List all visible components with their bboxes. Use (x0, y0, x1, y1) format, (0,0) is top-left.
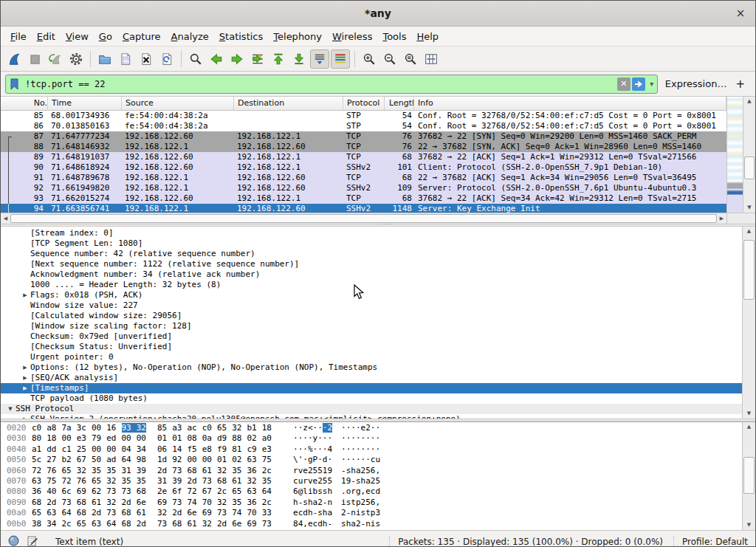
detail-line[interactable]: [Window size scaling factor: 128] (1, 321, 742, 331)
packet-row[interactable]: 8771.647777234192.168.122.60192.168.122.… (1, 131, 726, 142)
hex-row[interactable]: 006072766532353531392d7368613235362crve2… (1, 466, 742, 476)
details-bytes-splitter[interactable] (1, 419, 755, 422)
menu-view[interactable]: View (61, 29, 94, 44)
hex-row[interactable]: 00a0656364682d736861322d6e6973747033ecdh… (1, 508, 742, 518)
add-filter-button[interactable]: + (734, 78, 751, 91)
column-header-source[interactable]: Source (122, 97, 234, 110)
status-profile[interactable]: Profile: Default (682, 537, 748, 547)
collapse-icon[interactable]: ▼ (5, 404, 16, 414)
hex-row[interactable]: 0070637572766532353531392d7368613235curv… (1, 476, 742, 486)
expert-info-icon[interactable] (8, 535, 19, 547)
expand-icon[interactable]: ▶ (20, 290, 30, 300)
detail-line[interactable]: Urgent pointer: 0 (1, 352, 742, 362)
detail-line[interactable]: [Checksum Status: Unverified] (1, 342, 742, 352)
bytes-scroll-down-icon[interactable]: ▼ (743, 520, 755, 530)
capture-comment-icon[interactable] (27, 535, 38, 547)
detail-line[interactable]: [Stream index: 0] (1, 228, 742, 238)
detail-line[interactable]: Sequence number: 42 (relative sequence n… (1, 249, 742, 259)
packet-row[interactable]: 9271.661949820192.168.122.1192.168.122.6… (1, 183, 726, 193)
menu-analyze[interactable]: Analyze (166, 29, 214, 44)
menu-telephony[interactable]: Telephony (268, 29, 327, 44)
hex-dump[interactable]: 0020c0a87a3c0016933285a3acc06532b118··z<… (1, 422, 742, 530)
capture-options-button[interactable] (66, 49, 86, 69)
filter-bookmark-icon[interactable] (6, 78, 22, 90)
expand-icon[interactable]: ▶ (20, 373, 30, 383)
hscroll-left-arrow-icon[interactable]: ◀ (1, 216, 10, 221)
menu-go[interactable]: Go (94, 29, 117, 44)
open-file-button[interactable] (95, 49, 114, 69)
go-to-packet-button[interactable] (248, 49, 267, 69)
column-header-protocol[interactable]: Protocol (343, 97, 385, 110)
column-header-no[interactable]: No. (1, 97, 48, 110)
expand-icon[interactable]: ▶ (20, 362, 30, 373)
menu-wireless[interactable]: Wireless (327, 29, 377, 44)
menu-statistics[interactable]: Statistics (214, 29, 268, 44)
hex-row[interactable]: 0030801800e379ed00000101080ad98802a0····… (1, 433, 742, 444)
bytes-scroll-up-icon[interactable]: ▲ (743, 422, 755, 432)
menu-help[interactable]: Help (411, 29, 444, 44)
hscroll-thumb[interactable] (10, 214, 717, 223)
hex-row[interactable]: 0020c0a87a3c0016933285a3acc06532b118··z<… (1, 423, 742, 433)
hex-row[interactable]: 00505c27b26750ad64981d92000001026375\'·g… (1, 455, 742, 465)
menu-edit[interactable]: Edit (32, 29, 61, 44)
zoom-in-button[interactable] (360, 49, 379, 69)
packet-row[interactable]: 8568.001734936fe:54:00:d4:38:2aSTP54Conf… (1, 111, 726, 121)
detail-line[interactable]: [TCP Segment Len: 1080] (1, 238, 742, 249)
packet-row[interactable]: 8971.648191037192.168.122.60192.168.122.… (1, 152, 726, 162)
column-header-info[interactable]: Info (414, 97, 726, 110)
detail-line[interactable]: [Calculated window size: 29056] (1, 311, 742, 321)
menu-capture[interactable]: Capture (117, 29, 166, 44)
restart-capture-button[interactable] (46, 49, 65, 69)
detail-line[interactable]: Window size value: 227 (1, 300, 742, 311)
bytes-vscrollbar[interactable]: ▲ ▼ (742, 422, 755, 530)
vscroll-thumb[interactable] (744, 156, 755, 179)
hex-row[interactable]: 00b038342c656364682d736861322d6e697384,e… (1, 519, 742, 529)
close-file-button[interactable] (137, 49, 156, 69)
vscroll-down-arrow-icon[interactable]: ▼ (743, 203, 755, 213)
packet-row[interactable]: 9371.662015274192.168.122.60192.168.122.… (1, 193, 726, 204)
colorize-button[interactable] (331, 49, 350, 69)
detail-line[interactable]: ▶Options: (12 bytes), No-Operation (NOP)… (1, 362, 742, 373)
vscroll-up-arrow-icon[interactable]: ▲ (743, 97, 755, 106)
filter-clear-icon[interactable]: ✕ (617, 78, 630, 91)
zoom-out-button[interactable] (380, 49, 399, 69)
packet-row[interactable]: 9071.648618924192.168.122.60192.168.122.… (1, 162, 726, 173)
column-header-length[interactable]: Length (385, 97, 414, 110)
zoom-100-button[interactable] (401, 49, 420, 69)
packet-list-vscrollbar[interactable]: ▲ ▼ (743, 97, 755, 213)
packet-row[interactable]: 9471.663856741192.168.122.1192.168.122.6… (1, 204, 726, 213)
detail-line[interactable]: 1000 .... = Header Length: 32 bytes (8) (1, 280, 742, 290)
close-window-button[interactable]: × (733, 6, 748, 21)
hscroll-right-arrow-icon[interactable]: ▶ (717, 216, 726, 221)
go-back-button[interactable] (207, 49, 226, 69)
hex-row[interactable]: 0090682d736861322d6e697374703235362ch-sh… (1, 498, 742, 508)
find-packet-button[interactable] (186, 49, 205, 69)
details-scroll-thumb[interactable] (743, 240, 755, 300)
stop-capture-button[interactable] (25, 49, 44, 69)
detail-line[interactable]: TCP payload (1080 bytes) (1, 393, 742, 404)
packet-row[interactable]: 8670.013850163fe:54:00:d4:38:2aSTP54Conf… (1, 121, 726, 131)
go-first-button[interactable] (269, 49, 288, 69)
details-scroll-down-icon[interactable]: ▼ (743, 409, 755, 419)
hex-row[interactable]: 0040a1ddc125000004340614f5e8f981c9e3···%… (1, 444, 742, 455)
save-file-button[interactable]: 010101100111 (116, 49, 135, 69)
column-header-destination[interactable]: Destination (234, 97, 343, 110)
go-last-button[interactable] (289, 49, 309, 69)
details-vscrollbar[interactable]: ▲ ▼ (742, 227, 755, 419)
start-capture-button[interactable] (4, 49, 24, 69)
auto-scroll-button[interactable] (310, 49, 329, 69)
expand-icon[interactable]: ▶ (20, 383, 30, 393)
detail-line[interactable]: ▼SSH Protocol (1, 404, 742, 414)
list-details-splitter[interactable] (1, 224, 755, 227)
reload-file-button[interactable] (157, 49, 176, 69)
filter-apply-icon[interactable] (632, 78, 645, 91)
detail-line[interactable]: [Next sequence number: 1122 (relative se… (1, 259, 742, 269)
display-filter-input[interactable] (22, 79, 617, 89)
detail-line[interactable]: ▶[Timestamps] (1, 383, 742, 393)
detail-line[interactable]: Checksum: 0x79ed [unverified] (1, 331, 742, 342)
filter-history-dropdown-icon[interactable]: ▾ (647, 80, 657, 88)
detail-line[interactable]: Acknowledgment number: 34 (relative ack … (1, 269, 742, 280)
bytes-scroll-thumb[interactable] (743, 457, 755, 494)
hex-row[interactable]: 008036406c69627373682e6f72672c6563646@li… (1, 486, 742, 497)
menu-tools[interactable]: Tools (377, 29, 411, 44)
